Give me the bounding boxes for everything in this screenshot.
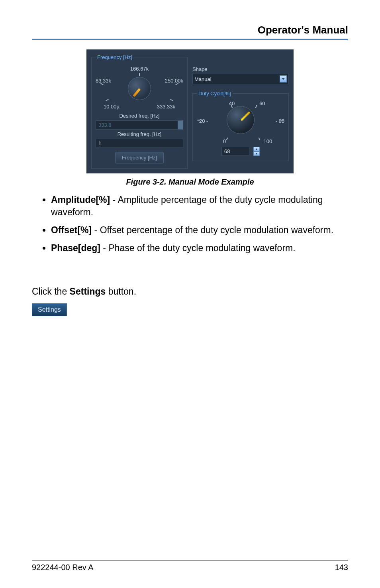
shape-label: Shape <box>192 66 289 72</box>
page-footer: 922244-00 Rev A 143 <box>32 560 348 572</box>
settings-word: Settings <box>70 286 106 297</box>
resulting-freq-input[interactable]: 1 <box>96 139 183 148</box>
gauge-tick-60: 60 <box>259 100 265 106</box>
body-list: Amplitude[%] - Amplitude percentage of t… <box>32 194 348 254</box>
list-desc: - Offset percentage of the duty cycle mo… <box>92 225 333 235</box>
frequency-button[interactable]: Frequency [Hz] <box>115 152 164 163</box>
frequency-legend: Frequency [Hz] <box>96 54 134 60</box>
dial-tick-bottom-right: 333.33k <box>157 104 175 110</box>
gauge-mark-icon <box>259 138 261 140</box>
figure-left-column: Frequency [Hz] 166.67k 83.33k 250.00k 10… <box>91 54 188 169</box>
dial-mark-icon <box>170 99 173 101</box>
frequency-group: Frequency [Hz] 166.67k 83.33k 250.00k 10… <box>91 54 188 169</box>
settings-prefix: Click the <box>32 286 70 297</box>
settings-button[interactable]: Settings <box>32 303 67 316</box>
shape-select[interactable]: Manual <box>192 74 289 84</box>
dial-tick-bottom-left: 10.00µ <box>104 104 119 110</box>
desired-freq-label: Desired freq. [Hz] <box>96 113 183 119</box>
duty-cycle-group: Duty Cycle[%] 40 60 20 - - 80 0 100 <box>192 90 289 161</box>
gauge-mark-icon <box>226 138 228 140</box>
settings-suffix: button. <box>106 286 136 297</box>
gauge-tick-0: 0 <box>223 138 226 144</box>
dial-tick-right: 250.00k <box>165 78 183 84</box>
duty-gauge-area: 40 60 20 - - 80 0 100 <box>197 100 284 144</box>
header-rule <box>32 39 348 40</box>
dial-tick-top: 166.67k <box>130 66 149 72</box>
gauge-mark-icon <box>281 120 284 121</box>
duty-value-spinner[interactable]: ▲ ▼ <box>253 147 260 156</box>
footer-page-number: 143 <box>335 563 348 572</box>
gauge-mark-icon <box>198 120 200 121</box>
page-header: Operator's Manual <box>32 24 348 36</box>
frequency-dial-area: 166.67k 83.33k 250.00k 10.00µ 333.33k <box>96 66 183 110</box>
duty-cycle-gauge[interactable] <box>227 106 255 134</box>
list-item: Amplitude[%] - Amplitude percentage of t… <box>51 194 348 218</box>
chevron-down-icon[interactable] <box>280 75 287 83</box>
duty-value-input[interactable]: 68 <box>221 147 249 156</box>
dial-mark-icon <box>139 73 140 76</box>
settings-paragraph: Click the Settings button. <box>32 286 348 297</box>
resulting-freq-label: Resulting freq. [Hz] <box>96 131 183 137</box>
figure-caption: Figure 3-2. Manual Mode Example <box>32 177 348 187</box>
gauge-tick-20: 20 - <box>199 118 208 124</box>
list-term: Offset[%] <box>51 225 92 235</box>
figure-wrapper: Frequency [Hz] 166.67k 83.33k 250.00k 10… <box>32 49 348 173</box>
list-item: Offset[%] - Offset percentage of the dut… <box>51 224 348 236</box>
duty-value-row: 68 ▲ ▼ <box>197 147 284 156</box>
list-term: Phase[deg] <box>51 243 100 253</box>
list-term: Amplitude[%] <box>51 195 110 205</box>
duty-cycle-legend: Duty Cycle[%] <box>197 90 233 96</box>
figure-panel: Frequency [Hz] 166.67k 83.33k 250.00k 10… <box>86 49 294 173</box>
dial-mark-icon <box>106 99 109 101</box>
gauge-tick-100: 100 <box>264 138 272 144</box>
frequency-dial[interactable] <box>128 77 151 100</box>
spinner-down-icon[interactable]: ▼ <box>253 151 260 156</box>
shape-select-value: Manual <box>194 76 212 82</box>
figure-right-column: Shape Manual Duty Cycle[%] 40 60 20 - - … <box>192 54 289 169</box>
gauge-mark-icon <box>255 105 257 108</box>
spinner-up-icon[interactable]: ▲ <box>253 147 260 151</box>
list-desc: - Phase of the duty cycle modulating wav… <box>100 243 296 253</box>
list-item: Phase[deg] - Phase of the duty cycle mod… <box>51 242 348 254</box>
desired-freq-input[interactable]: 333.8 <box>96 120 183 130</box>
gauge-tick-80: - 80 <box>276 118 284 124</box>
footer-doc-id: 922244-00 Rev A <box>32 563 94 572</box>
dial-tick-left: 83.33k <box>96 78 111 84</box>
